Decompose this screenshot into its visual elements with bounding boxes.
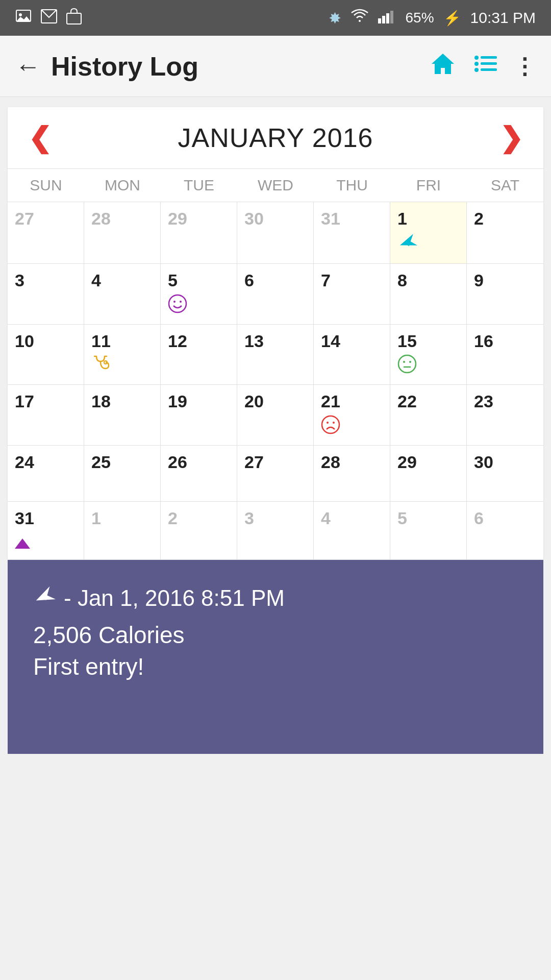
- calendar-day-cell[interactable]: 31: [8, 502, 84, 560]
- day-header-fri: FRI: [390, 169, 467, 202]
- calendar-day-cell[interactable]: 25: [84, 446, 161, 502]
- calendar-day-cell[interactable]: 28: [314, 446, 390, 502]
- calendar-day-cell[interactable]: 19: [161, 385, 237, 446]
- list-button[interactable]: [471, 51, 498, 82]
- calendar-day-cell[interactable]: 8: [390, 264, 467, 325]
- calendar-day-cell[interactable]: 7: [314, 264, 390, 325]
- svg-point-12: [474, 68, 479, 72]
- battery-level: 65%: [406, 10, 434, 26]
- svg-rect-6: [386, 13, 389, 23]
- svg-rect-7: [390, 11, 393, 23]
- calendar-day-cell[interactable]: 22: [390, 385, 467, 446]
- calendar-day-cell[interactable]: 5: [161, 264, 237, 325]
- calendar-month-title: JANUARY 2016: [178, 122, 373, 153]
- svg-point-21: [403, 361, 405, 363]
- day-header-wed: WED: [237, 169, 314, 202]
- bluetooth-icon: ✸: [329, 9, 341, 27]
- svg-point-8: [474, 56, 479, 60]
- bottom-panel: - Jan 1, 2016 8:51 PM 2,506 Calories Fir…: [8, 560, 543, 754]
- back-button[interactable]: ←: [15, 52, 41, 81]
- svg-point-24: [322, 416, 339, 433]
- entry-calories: 2,506 Calories: [33, 621, 518, 649]
- calendar-day-cell[interactable]: 6: [467, 502, 543, 560]
- calendar-day-cell[interactable]: 30: [467, 446, 543, 502]
- status-bar-left: [15, 8, 82, 28]
- calendar-day-cell[interactable]: 2: [467, 202, 543, 264]
- calendar-day-cell[interactable]: 3: [237, 502, 314, 560]
- next-month-button[interactable]: ❯: [499, 124, 523, 152]
- svg-rect-4: [378, 18, 381, 23]
- time: 10:31 PM: [470, 9, 536, 27]
- email-icon: [41, 9, 57, 27]
- battery-icon: ⚡: [443, 10, 461, 27]
- svg-point-20: [398, 355, 416, 373]
- day-headers: SUN MON TUE WED THU FRI SAT: [8, 168, 543, 202]
- svg-point-26: [333, 422, 335, 424]
- calendar-day-cell[interactable]: 27: [237, 446, 314, 502]
- calendar-day-cell[interactable]: 9: [467, 264, 543, 325]
- calendar-day-cell[interactable]: 1: [84, 502, 161, 560]
- calendar-day-cell[interactable]: 14: [314, 325, 390, 385]
- calendar-day-cell[interactable]: 28: [84, 202, 161, 264]
- calendar-day-cell[interactable]: 10: [8, 325, 84, 385]
- calendar-day-cell[interactable]: 27: [8, 202, 84, 264]
- nav-actions: ⋮: [430, 51, 536, 82]
- calendar-day-cell[interactable]: 26: [161, 446, 237, 502]
- svg-point-16: [180, 301, 182, 303]
- picture-icon: [15, 8, 32, 28]
- calendar-day-cell[interactable]: 2: [161, 502, 237, 560]
- home-button[interactable]: [430, 51, 456, 82]
- page-title: History Log: [51, 51, 430, 82]
- entry-plane-icon: [33, 585, 56, 610]
- svg-point-22: [409, 361, 411, 363]
- day-header-sat: SAT: [467, 169, 543, 202]
- day-header-mon: MON: [84, 169, 161, 202]
- svg-point-15: [173, 301, 176, 303]
- calendar-day-cell[interactable]: 12: [161, 325, 237, 385]
- svg-point-14: [169, 295, 186, 312]
- plane-icon: [397, 232, 418, 257]
- calendar-day-cell[interactable]: 16: [467, 325, 543, 385]
- calendar-day-cell[interactable]: 11: [84, 325, 161, 385]
- svg-rect-11: [481, 62, 497, 65]
- prev-month-button[interactable]: ❮: [28, 124, 52, 152]
- triangle-purple-icon: [15, 532, 30, 553]
- signal-icon: [378, 9, 396, 27]
- calendar-day-cell[interactable]: 23: [467, 385, 543, 446]
- calendar-header: ❮ JANUARY 2016 ❯: [8, 107, 543, 168]
- day-header-thu: THU: [314, 169, 390, 202]
- calendar-day-cell[interactable]: 6: [237, 264, 314, 325]
- entry-datetime: - Jan 1, 2016 8:51 PM: [64, 585, 285, 611]
- calendar-day-cell[interactable]: 29: [161, 202, 237, 264]
- nav-bar: ← History Log ⋮: [0, 36, 551, 97]
- calendar-day-cell[interactable]: 20: [237, 385, 314, 446]
- day-header-sun: SUN: [8, 169, 84, 202]
- svg-marker-27: [15, 538, 30, 549]
- calendar-day-cell[interactable]: 3: [8, 264, 84, 325]
- svg-point-25: [327, 422, 329, 424]
- svg-point-1: [19, 13, 22, 16]
- calendar-day-cell[interactable]: 29: [390, 446, 467, 502]
- calendar: ❮ JANUARY 2016 ❯ SUN MON TUE WED THU FRI…: [8, 107, 543, 560]
- calendar-day-cell[interactable]: 15: [390, 325, 467, 385]
- day-header-tue: TUE: [161, 169, 237, 202]
- calendar-day-cell[interactable]: 24: [8, 446, 84, 502]
- calendar-day-cell[interactable]: 21: [314, 385, 390, 446]
- more-options-button[interactable]: ⋮: [513, 53, 536, 79]
- svg-rect-9: [481, 56, 497, 59]
- calendar-day-cell[interactable]: 1: [390, 202, 467, 264]
- calendar-day-cell[interactable]: 13: [237, 325, 314, 385]
- calendar-day-cell[interactable]: 17: [8, 385, 84, 446]
- smiley-happy-icon: [168, 294, 187, 318]
- calendar-day-cell[interactable]: 5: [390, 502, 467, 560]
- calendar-day-cell[interactable]: 30: [237, 202, 314, 264]
- calendar-day-cell[interactable]: 4: [314, 502, 390, 560]
- calendar-day-cell[interactable]: 31: [314, 202, 390, 264]
- calendar-day-cell[interactable]: 4: [84, 264, 161, 325]
- bag-icon: [66, 8, 82, 28]
- wifi-icon: [350, 9, 369, 28]
- calendar-day-cell[interactable]: 18: [84, 385, 161, 446]
- svg-rect-3: [67, 13, 81, 24]
- entry-header: - Jan 1, 2016 8:51 PM: [33, 585, 518, 611]
- status-bar: ✸ 65% ⚡ 10:31 PM: [0, 0, 551, 36]
